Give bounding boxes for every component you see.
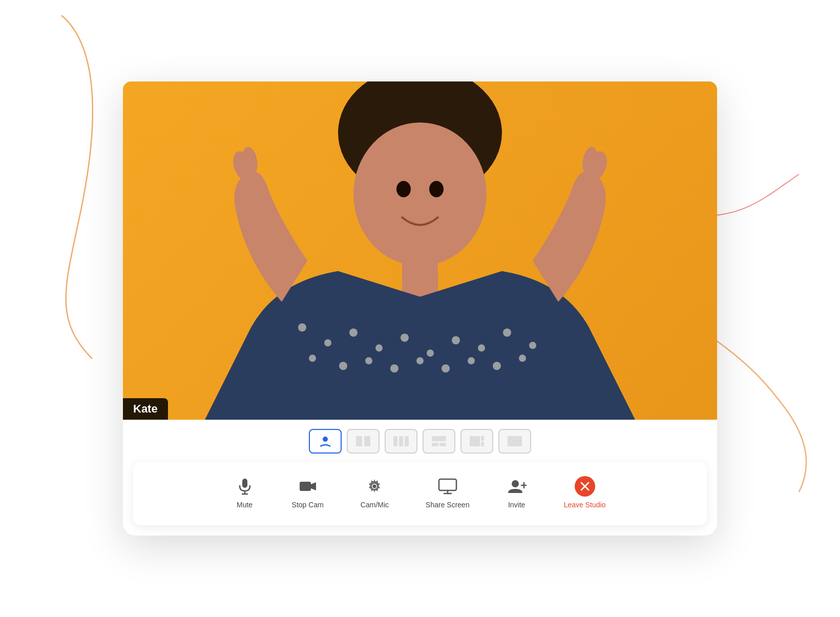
svg-point-6 [375,344,383,352]
svg-point-3 [298,323,306,332]
camera-icon [298,476,318,497]
svg-point-27 [429,181,444,197]
svg-rect-33 [405,436,409,446]
share-screen-button[interactable]: Share Screen [417,472,478,513]
studio-container: Kate [123,81,717,536]
svg-rect-30 [364,436,370,446]
svg-point-17 [416,357,424,364]
participant-name: Kate [133,402,158,415]
layout-btn-split[interactable] [423,429,455,454]
svg-point-5 [349,328,358,337]
layout-btn-single[interactable] [309,429,342,454]
svg-rect-32 [399,436,403,446]
layout-selector [123,420,717,462]
leave-icon [575,476,595,497]
svg-rect-41 [242,479,247,488]
svg-rect-37 [470,436,480,446]
svg-point-4 [324,339,331,346]
svg-rect-31 [393,436,397,446]
svg-point-28 [323,437,328,442]
svg-point-1 [353,122,487,266]
svg-rect-39 [481,442,484,446]
svg-rect-35 [432,443,438,446]
svg-point-11 [503,328,511,337]
svg-point-14 [339,362,347,370]
invite-button[interactable]: Invite [498,472,535,513]
svg-rect-2 [402,256,438,297]
mic-icon [235,476,255,497]
cam-mic-button[interactable]: Cam/Mic [352,472,397,513]
svg-point-12 [529,342,536,349]
svg-point-51 [512,480,519,487]
layout-btn-presentation[interactable] [460,429,493,454]
mute-label: Mute [237,501,253,509]
layout-btn-blank[interactable] [498,429,531,454]
svg-point-13 [309,355,316,362]
stop-cam-button[interactable]: Stop Cam [284,472,332,513]
mute-button[interactable]: Mute [226,472,263,513]
svg-point-8 [427,349,434,357]
leave-studio-label: Leave Studio [564,501,606,509]
gear-icon [364,476,385,497]
svg-point-19 [468,357,475,364]
svg-point-21 [519,355,526,362]
layout-btn-grid3[interactable] [385,429,417,454]
leave-studio-button[interactable]: Leave Studio [556,472,614,513]
svg-rect-40 [508,436,522,446]
video-area: Kate [123,81,717,420]
svg-point-18 [442,364,450,373]
participant-name-badge: Kate [123,398,168,420]
invite-label: Invite [508,501,525,509]
svg-rect-44 [300,482,311,491]
stop-cam-label: Stop Cam [292,501,324,509]
controls-bar: Mute Stop Cam Cam/Mic [133,462,707,525]
cam-mic-label: Cam/Mic [361,501,389,509]
svg-point-7 [401,334,409,342]
video-placeholder [123,81,717,420]
svg-point-10 [478,344,485,352]
svg-rect-29 [356,436,362,446]
svg-rect-48 [439,479,456,490]
svg-point-15 [365,357,372,364]
svg-point-9 [452,336,460,344]
svg-rect-36 [439,443,446,446]
svg-point-47 [373,485,376,488]
layout-btn-grid2[interactable] [347,429,380,454]
svg-rect-34 [432,436,446,441]
share-screen-label: Share Screen [426,501,470,509]
svg-rect-38 [481,436,484,441]
monitor-icon [437,476,458,497]
svg-point-26 [396,181,411,197]
svg-point-16 [390,364,398,373]
svg-point-20 [493,362,501,370]
person-add-icon [507,476,527,497]
